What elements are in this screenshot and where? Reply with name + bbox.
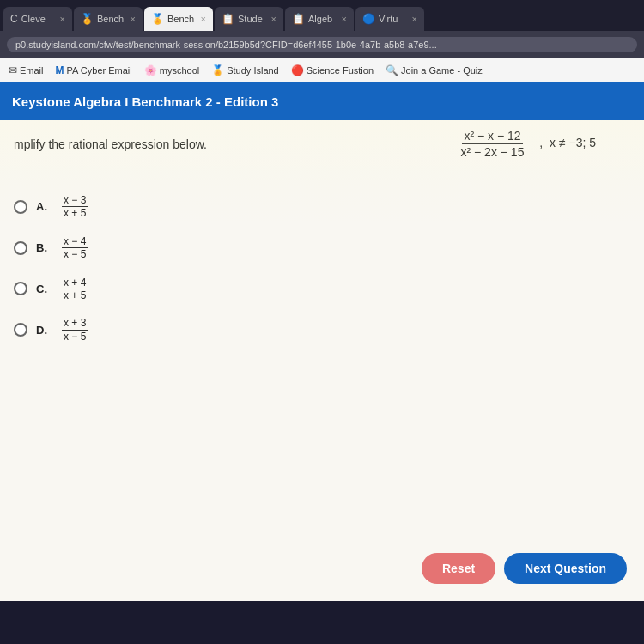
option-b-den: x − 5 [62,248,88,260]
option-d-label: D. [36,324,53,337]
bookmarks-bar: ✉ Email M PA Cyber Email 🌸 myschool 🏅 St… [0,58,644,82]
bookmark-pa-icon: M [56,64,64,76]
tab-bench2-icon: 🏅 [151,13,164,25]
bookmark-pa-cyber[interactable]: M PA Cyber Email [52,63,136,78]
math-expression: x² − x − 12 x² − 2x − 15 , x ≠ −3; 5 [456,129,597,159]
bookmark-myschool-icon: 🌸 [144,64,157,76]
tab-stude-close[interactable]: × [271,14,276,24]
option-b-num: x − 4 [62,235,88,248]
bookmark-email-label: Email [20,65,44,76]
condition-text: , x ≠ −3; 5 [539,136,596,149]
bookmark-studyisland[interactable]: 🏅 Study Island [208,63,283,78]
tab-virtu[interactable]: 🔵 Virtu × [355,7,424,31]
bookmark-pa-label: PA Cyber Email [67,65,132,76]
bookmark-science-icon: 🔴 [291,64,304,76]
option-d-num: x + 3 [62,317,88,330]
tab-virtu-close[interactable]: × [412,14,417,24]
tab-bench1-label: Bench [97,14,127,24]
option-c-fraction: x + 4 x + 5 [62,276,88,302]
address-bar [0,31,644,58]
tab-cleve-label: Cleve [21,14,57,24]
option-b: B. x − 4 x − 5 [14,235,630,261]
main-fraction: x² − x − 12 x² − 2x − 15 [459,129,526,159]
tab-bar: C Cleve × 🏅 Bench × 🏅 Bench × 📋 Stude × … [0,0,644,31]
page-header: Keystone Algebra I Benchmark 2 - Edition… [0,82,644,120]
tab-bench1-close[interactable]: × [131,14,136,24]
bookmark-studyisland-icon: 🏅 [211,64,224,76]
reset-button[interactable]: Reset [422,553,495,584]
tab-bench2[interactable]: 🏅 Bench × [144,7,213,31]
option-a-label: A. [36,200,53,213]
radio-a[interactable] [14,200,27,214]
tab-bench2-close[interactable]: × [201,14,206,24]
tab-bench2-label: Bench [167,14,197,24]
browser-chrome: C Cleve × 🏅 Bench × 🏅 Bench × 📋 Stude × … [0,0,644,82]
bookmark-studyisland-label: Study Island [227,65,279,76]
tab-algeb-close[interactable]: × [342,14,347,24]
radio-b[interactable] [14,241,27,255]
page-title: Keystone Algebra I Benchmark 2 - Edition… [12,94,278,109]
option-d-den: x − 5 [62,331,88,343]
fraction-numerator: x² − x − 12 [462,129,522,144]
radio-c[interactable] [14,282,27,295]
option-a-fraction: x − 3 x + 5 [62,194,88,220]
option-c-num: x + 4 [62,276,88,289]
fraction-denominator: x² − 2x − 15 [459,144,526,159]
bookmark-science-label: Science Fustion [307,65,374,76]
tab-stude-label: Stude [238,14,268,24]
tab-algeb-label: Algeb [308,14,338,24]
option-a-den: x + 5 [62,207,88,219]
tab-bench1[interactable]: 🏅 Bench × [74,7,143,31]
main-content: x² − x − 12 x² − 2x − 15 , x ≠ −3; 5 mpl… [0,120,644,601]
tab-stude-icon: 📋 [222,13,234,25]
bookmark-myschool[interactable]: 🌸 myschool [141,63,203,78]
option-b-fraction: x − 4 x − 5 [62,235,88,261]
tab-virtu-icon: 🔵 [362,13,375,25]
option-a-num: x − 3 [62,194,88,207]
address-input[interactable] [7,37,637,52]
option-d-fraction: x + 3 x − 5 [62,317,88,343]
tab-cleve-icon: C [10,13,18,25]
answer-options: A. x − 3 x + 5 B. x − 4 x − 5 C. [14,194,630,343]
bookmark-sciencefusion[interactable]: 🔴 Science Fustion [288,63,377,78]
tab-virtu-label: Virtu [379,14,409,24]
option-c-label: C. [36,283,53,295]
radio-d[interactable] [14,323,27,337]
option-d: D. x + 3 x − 5 [14,317,630,343]
option-c: C. x + 4 x + 5 [14,276,630,302]
tab-algeb[interactable]: 📋 Algeb × [285,7,354,31]
bookmark-join-icon: 🔍 [386,64,398,76]
tab-bench1-icon: 🏅 [81,13,94,25]
next-question-button[interactable]: Next Question [504,553,627,584]
tab-algeb-icon: 📋 [292,13,305,25]
option-a: A. x − 3 x + 5 [14,194,630,220]
bottom-buttons: Reset Next Question [422,553,627,584]
option-b-label: B. [36,241,53,254]
tab-stude[interactable]: 📋 Stude × [215,7,283,31]
bookmark-join-label: Join a Game - Quiz [401,65,483,76]
tab-cleve-close[interactable]: × [60,14,65,24]
bookmark-joingame[interactable]: 🔍 Join a Game - Quiz [382,63,486,78]
bookmark-email-icon: ✉ [9,64,17,76]
option-c-den: x + 5 [62,289,88,301]
bookmark-myschool-label: myschool [160,65,199,76]
bookmark-email[interactable]: ✉ Email [5,63,47,78]
tab-cleve[interactable]: C Cleve × [3,7,72,31]
